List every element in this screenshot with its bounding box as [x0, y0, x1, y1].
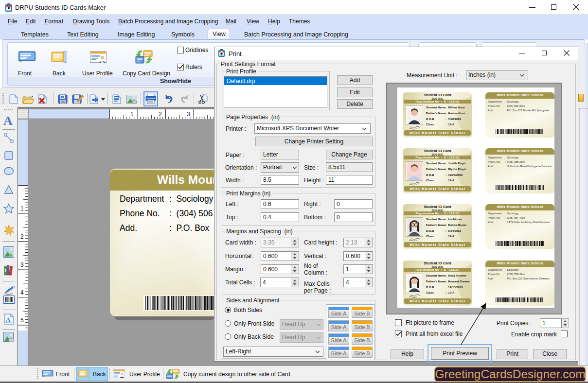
svg-text:A: A	[6, 316, 11, 323]
